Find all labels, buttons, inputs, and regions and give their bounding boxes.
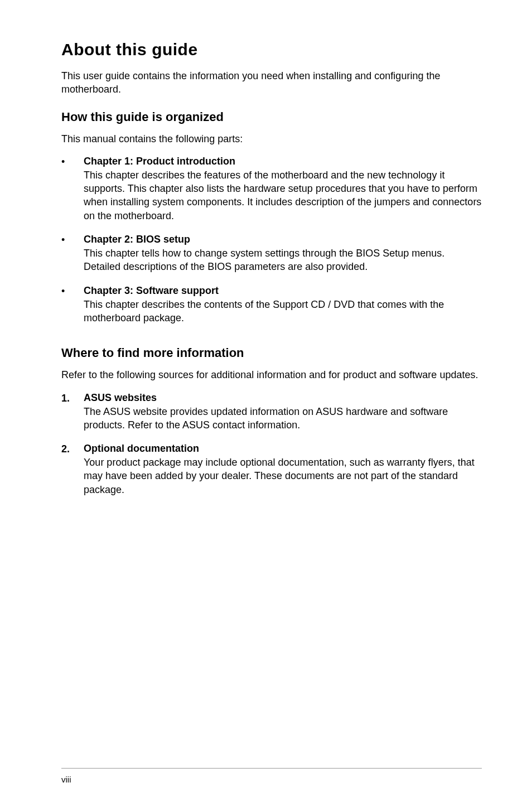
section-heading-more-info: Where to find more information bbox=[61, 346, 482, 360]
section-heading-organized: How this guide is organized bbox=[61, 110, 482, 124]
list-item-content: ASUS websites The ASUS website provides … bbox=[84, 392, 482, 432]
list-item: 1. ASUS websites The ASUS website provid… bbox=[61, 392, 482, 432]
intro-paragraph: This user guide contains the information… bbox=[61, 69, 482, 96]
chapter-list: • Chapter 1: Product introduction This c… bbox=[61, 156, 482, 325]
page-title: About this guide bbox=[61, 40, 482, 59]
list-item-title: Chapter 1: Product introduction bbox=[84, 156, 482, 167]
list-item: 2. Optional documentation Your product p… bbox=[61, 443, 482, 496]
list-item: • Chapter 3: Software support This chapt… bbox=[61, 285, 482, 325]
list-item-body: This chapter describes the features of t… bbox=[84, 168, 482, 223]
list-item-title: Chapter 2: BIOS setup bbox=[84, 234, 482, 245]
bullet-marker: • bbox=[61, 156, 84, 223]
list-item-content: Chapter 3: Software support This chapter… bbox=[84, 285, 482, 325]
list-item-title: Chapter 3: Software support bbox=[84, 285, 482, 297]
bullet-marker: • bbox=[61, 234, 84, 274]
numbered-marker: 1. bbox=[61, 392, 84, 432]
list-item-content: Chapter 1: Product introduction This cha… bbox=[84, 156, 482, 223]
list-item: • Chapter 2: BIOS setup This chapter tel… bbox=[61, 234, 482, 274]
page-number: viii bbox=[61, 775, 71, 784]
list-item-body: Your product package may include optiona… bbox=[84, 456, 482, 496]
list-item-title: Optional documentation bbox=[84, 443, 482, 455]
list-item-body: The ASUS website provides updated inform… bbox=[84, 405, 482, 432]
info-sources-list: 1. ASUS websites The ASUS website provid… bbox=[61, 392, 482, 496]
footer-divider bbox=[61, 768, 482, 769]
section1-intro: This manual contains the following parts… bbox=[61, 132, 482, 146]
bullet-marker: • bbox=[61, 285, 84, 325]
list-item-body: This chapter tells how to change system … bbox=[84, 247, 482, 274]
section2-intro: Refer to the following sources for addit… bbox=[61, 368, 482, 381]
list-item-body: This chapter describes the contents of t… bbox=[84, 298, 482, 325]
list-item-content: Optional documentation Your product pack… bbox=[84, 443, 482, 496]
numbered-marker: 2. bbox=[61, 443, 84, 496]
list-item-content: Chapter 2: BIOS setup This chapter tells… bbox=[84, 234, 482, 274]
list-item-title: ASUS websites bbox=[84, 392, 482, 404]
list-item: • Chapter 1: Product introduction This c… bbox=[61, 156, 482, 223]
